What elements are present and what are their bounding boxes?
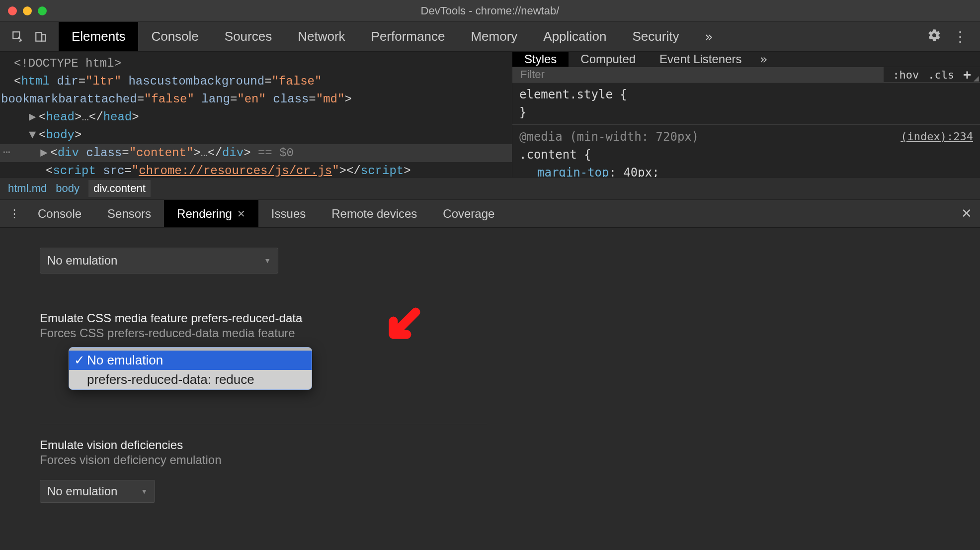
dom-head[interactable]: ▶<head>…</head> [0,108,512,126]
drawer-tab-console[interactable]: Console [25,200,94,227]
window-title: DevTools - chrome://newtab/ [0,4,980,17]
dom-body[interactable]: ▼<body> [0,126,512,144]
crumb-html[interactable]: html.md [8,182,47,195]
emulate-select-generic[interactable]: No emulation ▼ [40,248,278,274]
tab-console[interactable]: Console [138,22,211,51]
resize-corner-icon: ◢ [974,74,979,82]
drawer-tab-remote-devices[interactable]: Remote devices [319,200,430,227]
select-value: No emulation [47,254,117,268]
dom-html-open-2[interactable]: bookmarkbarattached="false" lang="en" cl… [0,91,512,108]
dom-breadcrumb: html.md body div.content [0,178,159,199]
device-toolbar-icon[interactable] [32,28,50,46]
select-value: No emulation [47,484,117,498]
close-icon[interactable]: ✕ [237,208,245,220]
window-titlebar: DevTools - chrome://newtab/ [0,0,980,22]
tab-security[interactable]: Security [620,22,692,51]
tab-memory[interactable]: Memory [458,22,530,51]
svg-rect-2 [42,34,46,41]
dom-html-open[interactable]: <html dir="ltr" hascustombackground="fal… [0,73,512,91]
prefers-reduced-data-dropdown[interactable]: No emulation prefers-reduced-data: reduc… [69,347,312,390]
settings-gear-icon[interactable] [927,28,941,45]
rule-source-link[interactable]: (index):234 [900,128,973,146]
new-style-rule-button[interactable]: + [963,67,971,82]
chevron-down-icon: ▼ [141,487,148,495]
drawer-tab-sensors[interactable]: Sensors [94,200,164,227]
styles-tab-styles[interactable]: Styles [512,52,569,67]
dom-tree[interactable]: <!DOCTYPE html> <html dir="ltr" hascusto… [0,52,512,177]
drawer: ⋮ Console Sensors Rendering✕ Issues Remo… [0,199,980,533]
styles-tabs-overflow-icon[interactable]: » [760,52,768,67]
svg-rect-1 [36,32,41,41]
crumb-body[interactable]: body [56,182,80,195]
tab-sources[interactable]: Sources [212,22,285,51]
styles-filter-input[interactable] [512,67,884,82]
inspect-element-icon[interactable] [9,28,27,46]
main-tabs: Elements Console Sources Network Perform… [59,22,726,51]
drawer-menu-icon[interactable]: ⋮ [4,207,25,220]
styles-tab-computed[interactable]: Computed [569,52,648,67]
styles-tab-event-listeners[interactable]: Event Listeners [648,52,753,67]
element-style-rule[interactable]: element.style { } [519,86,973,121]
tab-network[interactable]: Network [285,22,358,51]
styles-cls-toggle[interactable]: .cls [928,69,954,81]
styles-panel: Styles Computed Event Listeners » :hov .… [512,52,980,177]
main-toolbar: Elements Console Sources Network Perform… [0,22,980,52]
annotation-arrow-icon [378,305,422,353]
vision-deficiencies-subtitle: Forces vision deficiency emulation [40,453,487,467]
drawer-tab-coverage[interactable]: Coverage [430,200,507,227]
tab-elements[interactable]: Elements [59,22,138,51]
dom-content-div[interactable]: ⋯ ▶<div class="content">…</div> == $0 [0,144,512,162]
crumb-div-content[interactable]: div.content [88,180,151,197]
tabs-overflow-icon[interactable]: » [692,22,726,51]
dom-script-cr[interactable]: <script src="chrome://resources/js/cr.js… [0,162,512,177]
drawer-tab-rendering[interactable]: Rendering✕ [164,200,258,227]
drawer-tab-issues[interactable]: Issues [258,200,319,227]
chevron-down-icon: ▼ [264,257,271,265]
drawer-close-icon[interactable]: ✕ [961,206,972,221]
menu-kebab-icon[interactable]: ⋮ [953,28,967,45]
tab-performance[interactable]: Performance [358,22,458,51]
dropdown-option-reduce[interactable]: prefers-reduced-data: reduce [69,370,312,389]
vision-deficiencies-select[interactable]: No emulation ▼ [40,480,155,503]
vision-deficiencies-title: Emulate vision deficiencies [40,438,487,452]
tab-application[interactable]: Application [530,22,619,51]
dropdown-option-no-emulation[interactable]: No emulation [69,351,312,370]
styles-hov-toggle[interactable]: :hov [893,69,919,81]
dom-doctype: <!DOCTYPE html> [14,57,121,70]
